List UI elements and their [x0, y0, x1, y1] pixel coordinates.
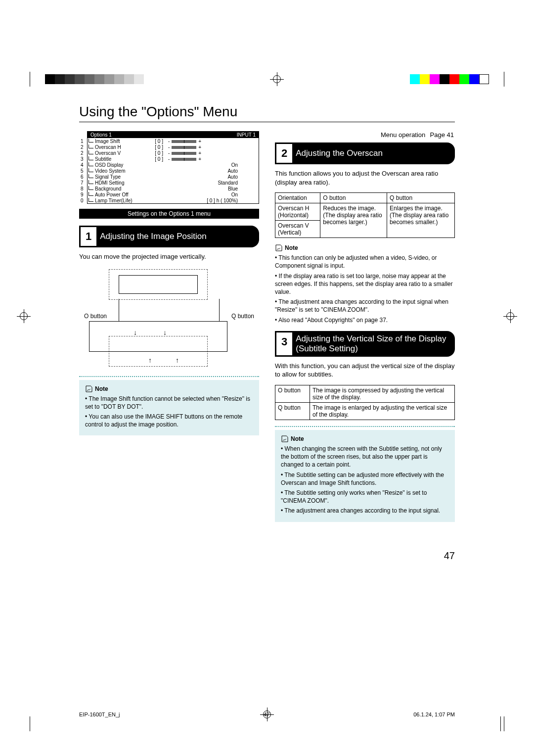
table-cell: O button [275, 385, 310, 402]
minus-icon: - [168, 139, 170, 144]
note-list: When changing the screen with the Subtit… [281, 445, 449, 515]
osd-row-num: 7 [81, 180, 84, 186]
note-item: When changing the screen with the Subtit… [281, 445, 449, 469]
table-cell: Overscan V (Vertical) [275, 221, 320, 238]
page-number: 47 [444, 550, 455, 562]
section2-note-block: Note This function can only be adjusted … [275, 244, 455, 324]
osd-row-value: [ 0 ] [139, 156, 163, 162]
note-item: The adjustment area changes according to… [275, 298, 455, 314]
osd-row-value: [ 0 ] [139, 144, 163, 150]
color-swatches [410, 74, 489, 84]
osd-row-label: Image Shift [95, 139, 139, 144]
section1-heading: 1 Adjusting the Image Position [79, 226, 259, 247]
osd-row-label: HDMI Setting [95, 180, 139, 186]
note-item: The Subtitle setting only works when "Re… [281, 489, 449, 505]
table-cell: The image is enlarged by adjusting the v… [310, 402, 455, 420]
section-number: 1 [81, 227, 96, 246]
separator [79, 376, 259, 377]
osd-row: 9Auto Power OffOn [88, 191, 259, 197]
osd-row-num: 6 [81, 174, 84, 180]
osd-row: 2Overscan H[ 0 ] -+ [88, 144, 259, 150]
osd-row-num: 1 [81, 139, 84, 144]
osd-row-num: 9 [81, 192, 84, 197]
section-number: 3 [276, 332, 292, 355]
osd-row-label: Lamp Timer(Life) [95, 198, 139, 203]
note-title: Note [95, 385, 108, 393]
section-title: Adjusting the Image Position [98, 226, 212, 247]
osd-row-label: Signal Type [95, 174, 139, 180]
osd-row: 1Image Shift[ 0 ] -+ [88, 138, 259, 144]
crosshair-icon [503, 309, 517, 323]
osd-menu: Options 1 INPUT 1 1Image Shift[ 0 ] -+2O… [87, 131, 259, 204]
down-arrow-icon: ↓ [163, 329, 167, 336]
down-arrow-icon: ↓ [134, 329, 137, 336]
section-title: Adjusting the Vertical Size of the Displ… [294, 331, 455, 357]
osd-row-value: Blue [228, 186, 258, 191]
osd-row-label: OSD Display [95, 162, 139, 168]
table-cell: Enlarges the image. (The display area ra… [387, 203, 455, 238]
minus-icon: - [168, 144, 170, 150]
note-item: This function can only be adjusted when … [275, 254, 455, 270]
osd-row-value: On [231, 192, 258, 197]
section1-body: You can move the projected image vertica… [79, 252, 259, 261]
osd-row-label: Overscan H [95, 144, 139, 150]
osd-row-value: Standard [218, 180, 258, 186]
note-title: Note [285, 244, 298, 252]
note-list: The Image Shift function cannot be selec… [85, 395, 253, 429]
note-icon [281, 435, 289, 443]
table-cell: The image is compressed by adjusting the… [310, 385, 455, 402]
gray-swatches [45, 74, 144, 84]
minus-icon: - [168, 156, 170, 162]
note-item: The Subtitle setting can be adjusted mor… [281, 471, 449, 487]
osd-row: 5Video SystemAuto [88, 168, 259, 174]
registration-bottom [0, 716, 534, 731]
plus-icon: + [198, 139, 201, 144]
osd-row: 2Overscan V[ 0 ] -+ [88, 150, 259, 156]
q-button-label: Q button [231, 313, 254, 320]
osd-row: 0Lamp Timer(Life)[ 0 ] h ( 100%) [88, 197, 259, 203]
section3-body: With this function, you can adjust the v… [275, 362, 455, 379]
osd-row: 4OSD DisplayOn [88, 162, 259, 168]
up-arrow-icon: ↑ [148, 356, 152, 364]
note-item: Also read "About Copyrights" on page 37. [275, 316, 455, 324]
table-cell: Q button [275, 402, 310, 420]
minus-icon: - [168, 150, 170, 156]
note-item: The adjustment area changes according to… [281, 507, 449, 515]
osd-row-value: Auto [227, 168, 258, 174]
table-header: Orientation [275, 193, 320, 203]
osd-row: 7HDMI SettingStandard [88, 180, 259, 186]
osd-row-value: On [231, 162, 258, 168]
section-number: 2 [276, 144, 292, 163]
osd-row: 6Signal TypeAuto [88, 174, 259, 180]
plus-icon: + [198, 150, 201, 156]
table-cell: Reduces the image. (The display area rat… [320, 203, 387, 238]
section3-heading: 3 Adjusting the Vertical Size of the Dis… [275, 331, 455, 357]
osd-row-value: [ 0 ] [139, 150, 163, 156]
slider-bar [172, 152, 196, 155]
osd-row-num: 2 [81, 144, 84, 150]
osd-row-value: Auto [227, 174, 258, 180]
subtitle-table: O button The image is compressed by adju… [275, 385, 455, 420]
table-cell: Overscan H (Horizontal) [275, 203, 320, 221]
registration-top [0, 72, 534, 87]
up-arrow-icon: ↑ [176, 356, 179, 364]
slider-bar [172, 158, 196, 161]
plus-icon: + [198, 156, 201, 162]
o-button-label: O button [84, 313, 107, 320]
image-shift-diagram: O button Q button ↓ ↓ ↑ ↑ [79, 269, 259, 368]
osd-row-num: 4 [81, 162, 84, 168]
overscan-table: Orientation O button Q button Overscan H… [275, 192, 455, 238]
table-header: Q button [387, 193, 455, 203]
osd-row-value: [ 0 ] h ( 100%) [207, 198, 258, 203]
slider-bar [172, 146, 196, 149]
crosshair-icon [270, 72, 284, 86]
note-item: You can also use the IMAGE SHIFT buttons… [85, 413, 253, 428]
note-item: If the display area ratio is set too lar… [275, 272, 455, 296]
osd-row-label: Background [95, 186, 139, 191]
osd-header-left: Options 1 [90, 132, 112, 138]
slider-bar [172, 140, 196, 143]
note-icon [85, 385, 93, 393]
menu-operation-ref: Menu operation Page 41 [275, 131, 455, 139]
osd-row: 8BackgroundBlue [88, 186, 259, 191]
note-icon [275, 244, 283, 252]
